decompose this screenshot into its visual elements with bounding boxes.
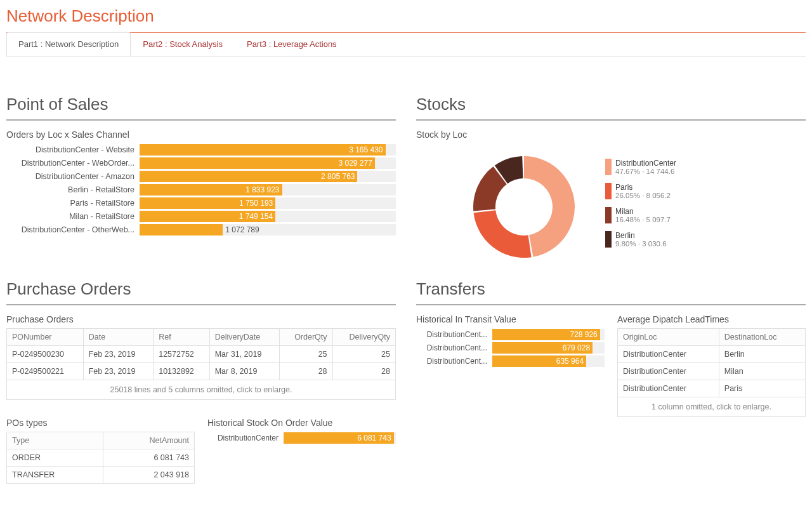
legend-item[interactable]: Paris 26.05% · 8 056.2 [605, 183, 676, 199]
bar-value: 679 028 [560, 342, 593, 354]
chart-title-stock-on-order: Historical Stock On Order Value [207, 418, 396, 428]
bar-label: DistributionCent... [416, 357, 492, 366]
bar-row[interactable]: Berlin - RetailStore1 833 923 [6, 183, 396, 196]
bar-value: 3 029 277 [336, 157, 374, 169]
section-point-of-sales: Point of Sales Orders by Loc x Sales Cha… [6, 95, 396, 264]
table-row[interactable]: DistributionCenter Milan [618, 363, 806, 380]
legend-value: 16.48% · 5 097.7 [615, 216, 671, 223]
legend-name: Berlin [615, 231, 667, 240]
table-title-po-types: POs types [6, 418, 195, 428]
heading-pos: Point of Sales [6, 95, 396, 121]
tab-bar: Part1 : Network Description Part2 : Stoc… [6, 32, 806, 56]
legend-name: Milan [615, 207, 671, 216]
bar-label: Paris - RetailStore [6, 199, 140, 208]
legend-swatch [605, 159, 612, 175]
section-purchase-orders: Purchase Orders Pruchase Orders PONumber… [6, 279, 396, 484]
bar-row[interactable]: DistributionCent...728 926 [416, 328, 605, 341]
bar-row[interactable]: DistributionCenter - OtherWeb...1 072 78… [6, 223, 396, 236]
bar-label: DistributionCenter - Website [6, 145, 140, 154]
donut-slice[interactable] [474, 210, 532, 258]
bar-label: DistributionCenter - Amazon [6, 172, 140, 181]
tab-part1[interactable]: Part1 : Network Description [6, 32, 131, 56]
col-netamount[interactable]: NetAmount [103, 432, 195, 449]
table-title-leadtimes: Average Dipatch LeadTimes [617, 314, 806, 324]
col-deliverydate[interactable]: DeliveryDate [209, 329, 280, 346]
bar-value: 728 926 [567, 329, 599, 340]
bar-row[interactable]: Paris - RetailStore1 750 193 [6, 197, 396, 209]
legend-swatch [605, 183, 612, 199]
table-row[interactable]: P-0249500221 Feb 23, 2019 10132892 Mar 8… [7, 363, 396, 380]
table-title-po: Pruchase Orders [6, 314, 396, 324]
col-date[interactable]: Date [83, 329, 154, 346]
bar-row[interactable]: Milan - RetailStore1 749 154 [6, 210, 396, 223]
col-ref[interactable]: Ref [154, 329, 210, 346]
bar-row[interactable]: DistributionCenter - Amazon2 805 763 [6, 170, 396, 183]
col-ponumber[interactable]: PONumber [7, 329, 84, 346]
section-transfers: Transfers Historical In Transit Value Di… [416, 279, 806, 484]
bar-row[interactable]: DistributionCent...635 964 [416, 355, 605, 368]
heading-stocks: Stocks [416, 95, 806, 121]
col-deliveryqty[interactable]: DeliveryQty [332, 329, 395, 346]
leadtimes-omitted-note[interactable]: 1 column omitted, click to enlarge. [617, 397, 806, 417]
col-originloc[interactable]: OriginLoc [618, 329, 719, 346]
tab-part3[interactable]: Part3 : Leverage Actions [235, 32, 349, 56]
bar-label: DistributionCenter [207, 434, 284, 442]
table-purchase-orders[interactable]: PONumber Date Ref DeliveryDate OrderQty … [6, 328, 396, 380]
section-stocks: Stocks Stock by Loc DistributionCenter 4… [416, 95, 806, 264]
heading-po: Purchase Orders [6, 279, 396, 305]
chart-title-orders: Orders by Loc x Sales Channel [6, 129, 396, 140]
chart-stock-on-order[interactable]: DistributionCenter6 081 743 [207, 432, 396, 444]
table-row[interactable]: DistributionCenter Berlin [618, 346, 806, 363]
chart-stock-by-loc[interactable] [461, 150, 587, 264]
legend-value: 47.67% · 14 744.6 [615, 168, 676, 175]
bar-row[interactable]: DistributionCenter6 081 743 [207, 432, 396, 444]
bar-label: DistributionCenter - OtherWeb... [6, 225, 140, 234]
page-title: Network Description [6, 4, 806, 33]
table-row[interactable]: TRANSFER 2 043 918 [7, 467, 195, 484]
legend-item[interactable]: DistributionCenter 47.67% · 14 744.6 [605, 159, 676, 175]
chart-title-transit: Historical In Transit Value [416, 314, 605, 324]
legend-name: Paris [615, 183, 671, 192]
bar-label: DistributionCent... [416, 330, 492, 339]
bar-value: 3 165 430 [346, 144, 385, 156]
legend-name: DistributionCenter [615, 159, 676, 168]
bar-label: DistributionCenter - WebOrder... [6, 159, 140, 168]
legend-swatch [605, 207, 612, 223]
col-orderqty[interactable]: OrderQty [280, 329, 332, 346]
legend-value: 9.80% · 3 030.6 [615, 240, 667, 248]
legend-value: 26.05% · 8 056.2 [615, 192, 671, 199]
chart-in-transit[interactable]: DistributionCent...728 926DistributionCe… [416, 328, 605, 368]
bar-row[interactable]: DistributionCenter - WebOrder...3 029 27… [6, 157, 396, 169]
bar-value: 1 833 923 [243, 184, 282, 196]
bar-value: 1 072 789 [223, 224, 261, 236]
chart-orders-by-loc-channel[interactable]: DistributionCenter - Website3 165 430Dis… [6, 143, 396, 236]
chart-title-stock: Stock by Loc [416, 129, 806, 140]
bar-value: 6 081 743 [355, 432, 393, 444]
heading-transfers: Transfers [416, 279, 806, 305]
bar-label: DistributionCent... [416, 343, 492, 352]
legend-stock-by-loc: DistributionCenter 47.67% · 14 744.6 Par… [605, 159, 676, 255]
legend-item[interactable]: Milan 16.48% · 5 097.7 [605, 207, 676, 223]
table-row[interactable]: ORDER 6 081 743 [7, 449, 195, 467]
bar-row[interactable]: DistributionCenter - Website3 165 430 [6, 143, 396, 156]
table-po-types[interactable]: Type NetAmount ORDER 6 081 743 TRANSFER … [6, 432, 195, 484]
bar-value: 635 964 [554, 355, 586, 367]
bar-value: 1 749 154 [237, 211, 275, 222]
table-row[interactable]: DistributionCenter Paris [618, 380, 806, 397]
col-destinationloc[interactable]: DestinationLoc [719, 329, 805, 346]
col-type[interactable]: Type [7, 432, 103, 449]
bar-row[interactable]: DistributionCent...679 028 [416, 342, 605, 354]
po-omitted-note[interactable]: 25018 lines and 5 columns omitted, click… [6, 380, 396, 400]
table-row[interactable]: P-0249500230 Feb 23, 2019 12572752 Mar 3… [7, 346, 396, 363]
bar-label: Milan - RetailStore [6, 212, 140, 221]
bar-value: 1 750 193 [237, 197, 275, 209]
donut-slice[interactable] [524, 156, 575, 257]
bar-value: 2 805 763 [318, 171, 357, 182]
tab-part2[interactable]: Part2 : Stock Analysis [131, 32, 235, 56]
bar-label: Berlin - RetailStore [6, 185, 140, 194]
table-leadtimes[interactable]: OriginLoc DestinationLoc DistributionCen… [617, 328, 806, 397]
legend-swatch [605, 231, 612, 248]
legend-item[interactable]: Berlin 9.80% · 3 030.6 [605, 231, 676, 248]
